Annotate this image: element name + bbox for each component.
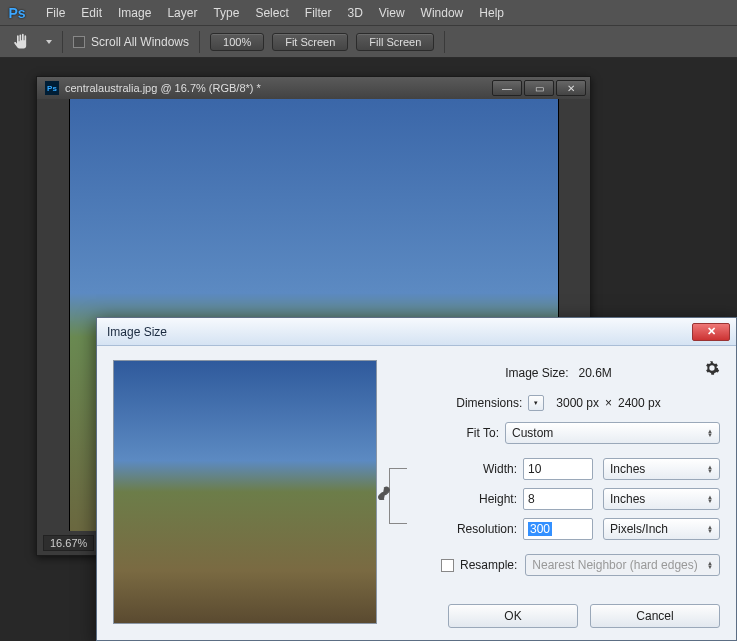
image-size-preview — [113, 360, 377, 624]
photoshop-logo: Ps — [6, 2, 28, 24]
dimensions-height: 2400 px — [618, 396, 661, 410]
menu-file[interactable]: File — [38, 0, 73, 26]
menu-window[interactable]: Window — [413, 0, 472, 26]
menu-image[interactable]: Image — [110, 0, 159, 26]
image-size-label: Image Size: — [505, 366, 568, 380]
cancel-button[interactable]: Cancel — [590, 604, 720, 628]
preview-image — [114, 361, 376, 623]
options-bar: Scroll All Windows 100% Fit Screen Fill … — [0, 26, 737, 58]
height-unit-select[interactable]: Inches▲▼ — [603, 488, 720, 510]
resample-label: Resample: — [460, 558, 517, 572]
menubar: Ps File Edit Image Layer Type Select Fil… — [0, 0, 737, 26]
width-input[interactable]: 10 — [523, 458, 593, 480]
resolution-unit-select[interactable]: Pixels/Inch▲▼ — [603, 518, 720, 540]
dialog-title: Image Size — [103, 325, 167, 339]
tool-preset-dropdown[interactable] — [46, 40, 52, 44]
fit-to-label: Fit To: — [397, 426, 505, 440]
menu-help[interactable]: Help — [471, 0, 512, 26]
scroll-all-label: Scroll All Windows — [91, 35, 189, 49]
dimensions-width: 3000 px — [556, 396, 599, 410]
hand-tool-icon[interactable] — [10, 30, 34, 54]
ok-button[interactable]: OK — [448, 604, 578, 628]
dialog-titlebar[interactable]: Image Size ✕ — [97, 318, 736, 346]
document-icon: Ps — [45, 81, 59, 95]
height-label: Height: — [397, 492, 523, 506]
zoom-level[interactable]: 16.67% — [43, 535, 94, 551]
fit-screen-button[interactable]: Fit Screen — [272, 33, 348, 51]
width-label: Width: — [397, 462, 523, 476]
scroll-all-windows-checkbox[interactable]: Scroll All Windows — [73, 35, 189, 49]
separator — [199, 31, 200, 53]
close-doc-button[interactable]: ✕ — [556, 80, 586, 96]
menu-filter[interactable]: Filter — [297, 0, 340, 26]
menu-view[interactable]: View — [371, 0, 413, 26]
document-titlebar[interactable]: Ps centralaustralia.jpg @ 16.7% (RGB/8*)… — [37, 77, 590, 99]
width-unit-select[interactable]: Inches▲▼ — [603, 458, 720, 480]
minimize-button[interactable]: — — [492, 80, 522, 96]
fit-to-select[interactable]: Custom▲▼ — [505, 422, 720, 444]
separator — [62, 31, 63, 53]
close-dialog-button[interactable]: ✕ — [692, 323, 730, 341]
maximize-button[interactable]: ▭ — [524, 80, 554, 96]
resolution-input[interactable]: 300 — [523, 518, 593, 540]
separator — [444, 31, 445, 53]
image-size-dialog: Image Size ✕ Image Size: 20.6M Dimension… — [96, 317, 737, 641]
menu-select[interactable]: Select — [247, 0, 296, 26]
resample-checkbox[interactable] — [441, 559, 454, 572]
resample-method-select: Nearest Neighbor (hard edges)▲▼ — [525, 554, 720, 576]
height-input[interactable]: 8 — [523, 488, 593, 510]
dimensions-label: Dimensions: — [456, 396, 522, 410]
image-size-value: 20.6M — [579, 366, 612, 380]
constrain-proportions-icon[interactable] — [377, 486, 391, 500]
dimensions-times: × — [605, 396, 612, 410]
fill-screen-button[interactable]: Fill Screen — [356, 33, 434, 51]
menu-3d[interactable]: 3D — [339, 0, 370, 26]
menu-edit[interactable]: Edit — [73, 0, 110, 26]
menu-type[interactable]: Type — [205, 0, 247, 26]
resolution-label: Resolution: — [397, 522, 523, 536]
dimensions-unit-dropdown[interactable]: ▾ — [528, 395, 544, 411]
menu-layer[interactable]: Layer — [159, 0, 205, 26]
zoom-100-button[interactable]: 100% — [210, 33, 264, 51]
document-title: centralaustralia.jpg @ 16.7% (RGB/8*) * — [65, 82, 261, 94]
